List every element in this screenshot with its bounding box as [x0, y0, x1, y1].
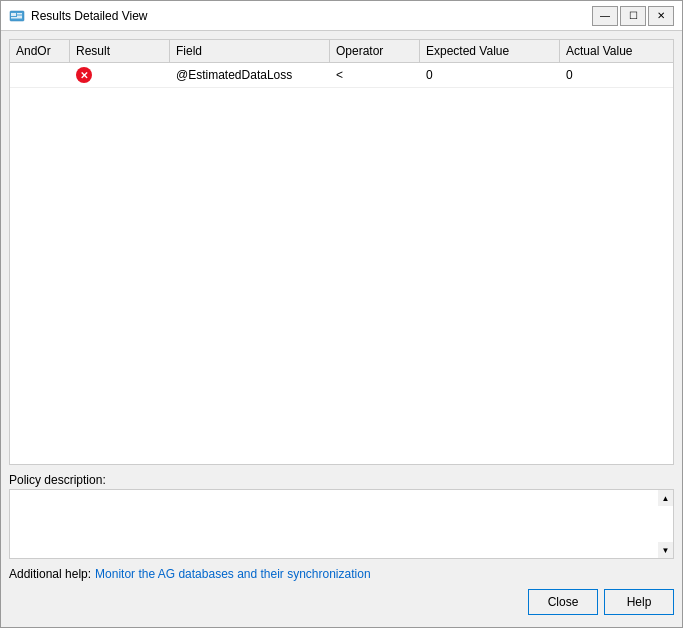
scroll-up-btn[interactable]: ▲ [658, 490, 673, 506]
title-bar: Results Detailed View — ☐ ✕ [1, 1, 682, 31]
col-header-andor: AndOr [10, 40, 70, 62]
cell-result: ✕ [70, 63, 170, 87]
main-content: AndOr Result Field Operator Expected Val… [1, 31, 682, 627]
svg-rect-2 [17, 13, 22, 15]
policy-text-wrapper: ▲ ▼ [9, 489, 674, 559]
cell-andor [10, 63, 70, 87]
window-title: Results Detailed View [31, 9, 592, 23]
scroll-down-btn[interactable]: ▼ [658, 542, 673, 558]
close-window-button[interactable]: ✕ [648, 6, 674, 26]
table-body: ✕ @EstimatedDataLoss < 0 0 [10, 63, 673, 464]
scroll-track [658, 506, 673, 542]
additional-help-label: Additional help: [9, 567, 91, 581]
results-table-area: AndOr Result Field Operator Expected Val… [9, 39, 674, 465]
table-header: AndOr Result Field Operator Expected Val… [10, 40, 673, 63]
maximize-button[interactable]: ☐ [620, 6, 646, 26]
col-header-actual: Actual Value [560, 40, 674, 62]
svg-rect-3 [17, 15, 22, 17]
col-header-result: Result [70, 40, 170, 62]
help-button[interactable]: Help [604, 589, 674, 615]
svg-rect-4 [11, 17, 22, 19]
button-row: Close Help [9, 589, 674, 619]
main-window: Results Detailed View — ☐ ✕ AndOr Result… [0, 0, 683, 628]
help-link[interactable]: Monitor the AG databases and their synch… [95, 567, 371, 581]
cell-operator: < [330, 63, 420, 87]
col-header-expected: Expected Value [420, 40, 560, 62]
policy-section: Policy description: ▲ ▼ [9, 473, 674, 559]
window-controls: — ☐ ✕ [592, 6, 674, 26]
additional-help: Additional help: Monitor the AG database… [9, 567, 674, 581]
scrollbar[interactable]: ▲ ▼ [658, 489, 674, 559]
minimize-button[interactable]: — [592, 6, 618, 26]
table-row[interactable]: ✕ @EstimatedDataLoss < 0 0 [10, 63, 673, 88]
cell-expected-value: 0 [420, 63, 560, 87]
close-button[interactable]: Close [528, 589, 598, 615]
svg-rect-1 [11, 13, 16, 16]
window-icon [9, 8, 25, 24]
policy-text[interactable] [9, 489, 674, 559]
policy-label: Policy description: [9, 473, 674, 487]
col-header-field: Field [170, 40, 330, 62]
cell-actual-value: 0 [560, 63, 673, 87]
cell-field: @EstimatedDataLoss [170, 63, 330, 87]
error-icon: ✕ [76, 67, 92, 83]
col-header-operator: Operator [330, 40, 420, 62]
